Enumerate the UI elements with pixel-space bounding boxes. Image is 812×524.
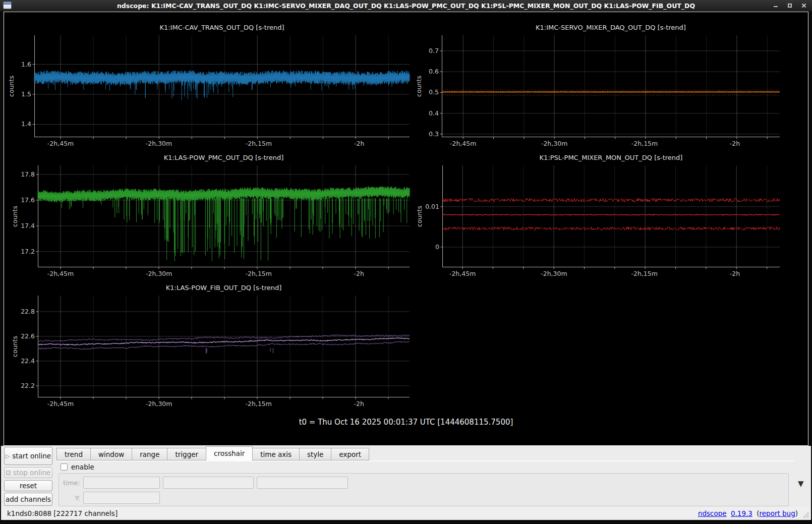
minimize-icon (774, 6, 778, 7)
enable-checkbox[interactable] (61, 463, 68, 471)
y-tick-label: 0.3 (416, 130, 439, 138)
version-link[interactable]: 0.19.3 (731, 509, 752, 517)
x-tick-label: -2h (730, 270, 740, 277)
plot-area-3[interactable]: K1:LAS-POW_PMC_OUT_DQ [s-trend]counts17.… (38, 165, 410, 267)
x-tick-label: -2h,15m (631, 270, 657, 277)
minimize-button[interactable] (771, 2, 781, 10)
y-tick-label: 22.4 (12, 357, 35, 365)
close-icon (801, 3, 806, 8)
control-panel: ▷start onlinestop onlineresetadd channel… (1, 446, 811, 507)
enable-label: enable (71, 463, 94, 471)
y-tick-label: 0.01 (416, 203, 439, 210)
statusbar: k1nds0:8088 [222717 channels] ndscope 0.… (1, 507, 811, 520)
y-tick-label: 17.6 (12, 196, 35, 204)
start-online-label: start online (12, 452, 51, 460)
plot-svg (38, 165, 410, 267)
tab-trigger[interactable]: trigger (167, 448, 206, 460)
paren-close: ) (795, 509, 798, 517)
window-title: ndscope: K1:IMC-CAV_TRANS_OUT_DQ K1:IMC-… (0, 2, 812, 10)
crosshair-groupbox: time: Y: (59, 473, 789, 506)
tab-time-axis[interactable]: time axis (253, 448, 299, 460)
plot-svg (34, 35, 410, 137)
plot-canvas[interactable]: t0 = Thu Oct 16 2025 00:01:37 UTC [14446… (4, 12, 808, 446)
x-tick-label: -2h,30m (146, 140, 172, 147)
x-tick-label: -2h,15m (246, 400, 272, 407)
x-tick-label: -2h,45m (47, 140, 74, 147)
ndscope-window: ndscope: K1:IMC-CAV_TRANS_OUT_DQ K1:IMC-… (0, 0, 812, 524)
plot-title: K1:IMC-SERVO_MIXER_DAQ_OUT_DQ [s-trend] (442, 24, 780, 31)
stop-online-button[interactable]: stop online (4, 467, 52, 478)
y-tick-label: 22.2 (12, 382, 35, 389)
start-online-button[interactable]: ▷start online (4, 447, 52, 465)
maximize-icon (788, 4, 792, 8)
reset-button[interactable]: reset (4, 480, 52, 491)
x-tick-label: -2h,15m (246, 140, 272, 147)
crosshair-time-field-3[interactable] (257, 477, 348, 489)
plot-area-1[interactable]: K1:IMC-CAV_TRANS_OUT_DQ [s-trend]counts1… (34, 35, 410, 137)
time-label: time: (59, 479, 80, 487)
plot-area-4[interactable]: K1:PSL-PMC_MIXER_MON_OUT_DQ [s-trend]cou… (442, 165, 780, 267)
t0-label: t0 = Thu Oct 16 2025 00:01:37 UTC [14446… (4, 418, 808, 427)
y-tick-label: 0.4 (416, 109, 439, 117)
plot-area-5[interactable]: K1:LAS-POW_FIB_OUT_DQ [s-trend]counts22.… (38, 296, 410, 397)
add-channels-button[interactable]: add channels (4, 493, 52, 506)
x-tick-label: -2h (354, 400, 364, 407)
x-tick-label: -2h,15m (246, 270, 272, 277)
stop-online-label: stop online (13, 469, 51, 477)
x-tick-label: -2h (354, 140, 364, 147)
tab-export[interactable]: export (331, 448, 369, 460)
plot-title: K1:IMC-CAV_TRANS_OUT_DQ [s-trend] (34, 24, 410, 31)
plot-title: K1:LAS-POW_PMC_OUT_DQ [s-trend] (38, 154, 410, 161)
x-tick-label: -2h,45m (47, 270, 74, 277)
tab-bar: trendwindowrangetriggercrosshairtime axi… (56, 447, 369, 460)
x-tick-label: -2h,45m (450, 140, 476, 147)
y-tick-label: 1.4 (8, 120, 31, 128)
x-tick-label: -2h (354, 270, 364, 277)
stop-icon (6, 471, 11, 475)
y-tick-label: 0.5 (416, 88, 439, 96)
reset-label: reset (20, 482, 37, 490)
x-tick-label: -2h,45m (449, 270, 476, 277)
panel-scroll-down-arrow[interactable]: ▼ (798, 479, 804, 488)
y-label: Y: (59, 494, 80, 502)
y-tick-label: 17.8 (12, 170, 35, 178)
resize-grip[interactable] (807, 516, 808, 517)
plot-svg (442, 165, 780, 267)
y-tick-label: 22.8 (12, 308, 35, 315)
y-tick-label: 0.6 (416, 68, 439, 75)
plot-svg (38, 296, 410, 397)
tab-style[interactable]: style (299, 448, 331, 460)
x-tick-label: -2h,15m (631, 140, 658, 147)
y-tick-label: 17.2 (12, 248, 35, 255)
about-links: ndscope 0.19.3 (report bug) (698, 507, 798, 520)
window-controls (771, 0, 809, 11)
crosshair-time-field-1[interactable] (83, 477, 160, 489)
x-tick-label: -2h (730, 140, 740, 147)
tab-pane-divider (56, 460, 794, 461)
y-tick-label: 0.7 (416, 47, 439, 54)
crosshair-y-field[interactable] (83, 492, 160, 504)
x-tick-label: -2h,45m (47, 400, 74, 407)
titlebar[interactable]: ndscope: K1:IMC-CAV_TRANS_OUT_DQ K1:IMC-… (0, 0, 812, 11)
x-tick-label: -2h,30m (541, 270, 567, 277)
ndscope-link[interactable]: ndscope (698, 509, 727, 517)
maximize-button[interactable] (785, 2, 795, 10)
report-bug-link[interactable]: report bug (760, 509, 795, 517)
x-tick-label: -2h,30m (146, 270, 172, 277)
server-status: k1nds0:8088 [222717 channels] (7, 507, 118, 520)
y-tick-label: 0 (416, 243, 439, 251)
enable-row: enable (61, 463, 94, 471)
x-tick-label: -2h,30m (541, 140, 567, 147)
tab-trend[interactable]: trend (56, 448, 90, 460)
tab-range[interactable]: range (132, 448, 167, 460)
close-button[interactable] (799, 2, 809, 10)
tab-crosshair[interactable]: crosshair (206, 446, 253, 460)
x-tick-label: -2h,30m (146, 400, 172, 407)
crosshair-time-field-2[interactable] (163, 477, 254, 489)
plot-area-2[interactable]: K1:IMC-SERVO_MIXER_DAQ_OUT_DQ [s-trend]c… (442, 35, 780, 137)
tab-window[interactable]: window (90, 448, 132, 460)
plot-svg (442, 35, 780, 137)
y-tick-label: 1.6 (8, 61, 31, 68)
y-tick-label: 1.5 (8, 90, 31, 98)
play-icon: ▷ (6, 453, 10, 459)
